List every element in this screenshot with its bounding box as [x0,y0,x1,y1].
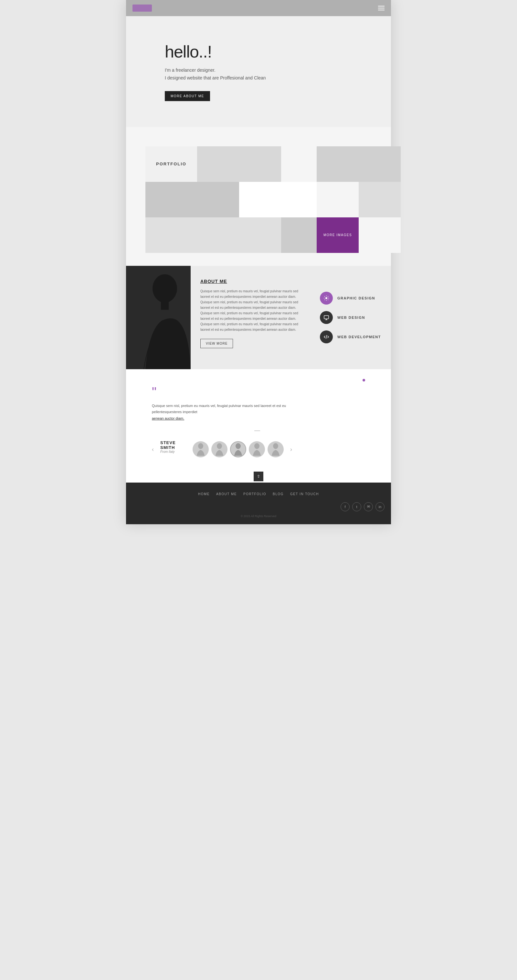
footer: HOME ABOUT ME PORTFOLIO BLOG GET IN TOUC… [126,482,391,524]
avatar-4[interactable] [249,441,265,457]
footer-nav-blog[interactable]: BLOG [273,492,284,496]
avatar-3[interactable] [230,441,246,457]
portfolio-tile-8 [359,182,401,217]
social-facebook[interactable]: f [341,502,349,511]
svg-point-5 [217,443,222,449]
footer-nav-portfolio[interactable]: PORTFOLIO [243,492,266,496]
portfolio-mosaic-container: PORTFOLIO MORE IMAGES [126,146,391,266]
skill-label-graphic-design: GRAPHIC DESIGN [337,296,375,300]
svg-point-8 [273,443,278,449]
portfolio-tile-3 [281,146,317,182]
silhouette-svg [126,266,191,369]
hero-subtitle: I'm a freelancer designer. I designed we… [165,67,352,82]
footer-nav-home[interactable]: HOME [198,492,210,496]
hamburger-menu-icon[interactable] [378,6,385,10]
portfolio-tile-7 [317,182,359,217]
person-name: STEVE SMITH [160,440,186,450]
code-icon [324,334,329,340]
portfolio-more-images-button[interactable]: MORE IMAGES [317,217,359,253]
testimonial-nav: ‹ STEVE SMITH From Italy [152,440,365,459]
testimonial-next-arrow[interactable]: › [290,446,292,453]
portfolio-label: PORTFOLIO [156,162,187,166]
social-twitter[interactable]: t [352,502,361,511]
monitor-icon [324,315,329,320]
avatar-silhouette-3 [233,443,243,456]
svg-rect-3 [324,316,329,319]
testimonial-content: " Quisque sem nisl, pretium eu mauris ve… [152,385,362,437]
footer-nav-about[interactable]: ABOUT ME [216,492,237,496]
svg-point-4 [198,443,203,449]
footer-copyright: © 2015 All Rights Reserved [132,515,385,518]
about-view-more-button[interactable]: VIEW MORE [200,339,233,348]
avatar-2[interactable] [211,441,228,457]
scroll-up-button[interactable]: ⇧ [254,472,263,481]
portfolio-tile-4 [317,146,401,182]
testimonial-section: " Quisque sem nisl, pretium eu mauris ve… [126,369,391,472]
portfolio-tile-10 [281,217,317,253]
svg-point-7 [254,443,260,449]
testimonial-dot-indicator [362,379,365,382]
testimonial-divider: — [152,427,362,434]
skill-icon-web-development [320,331,333,344]
avatar-silhouette-4 [252,443,262,456]
avatar-silhouette-2 [215,443,224,456]
skill-item-web-development: WEB DEVELOPMENT [320,331,385,344]
skill-icon-graphic-design [320,292,333,305]
about-skills: GRAPHIC DESIGN WEB DESIGN WEB DEVELOPMEN… [313,266,391,369]
social-email[interactable]: ✉ [364,502,373,511]
svg-point-2 [326,297,327,299]
portfolio-mosaic-grid: PORTFOLIO MORE IMAGES [145,146,372,253]
quote-icon: " [152,385,362,398]
footer-nav: HOME ABOUT ME PORTFOLIO BLOG GET IN TOUC… [132,492,385,496]
portfolio-tile-12 [359,217,401,253]
navbar [126,0,391,16]
testimonial-prev-arrow[interactable]: ‹ [152,446,154,453]
portfolio-tile-6 [239,182,317,217]
person-from: From Italy [160,450,186,453]
svg-rect-1 [161,301,169,310]
scroll-up-area: ⇧ [126,472,391,482]
navbar-logo [132,5,152,12]
svg-point-6 [236,443,241,449]
about-title: ABOUT ME [200,279,304,284]
testimonial-avatars [193,441,284,457]
avatar-1[interactable] [193,441,209,457]
about-text: Quisque sem nisl, pretium eu mauris vel,… [200,288,304,332]
svg-point-0 [153,274,177,303]
about-section: ABOUT ME Quisque sem nisl, pretium eu ma… [126,266,391,369]
skill-label-web-design: WEB DESIGN [337,316,365,320]
skill-icon-web-design [320,311,333,324]
portfolio-label-cell: PORTFOLIO [145,146,197,182]
portfolio-tile-9 [145,217,281,253]
avatar-silhouette-5 [271,443,281,456]
hero-cta-button[interactable]: MORE ABOUT ME [165,91,210,101]
portfolio-tile-5 [145,182,239,217]
footer-nav-contact[interactable]: GET IN TOUCH [290,492,319,496]
avatar-5[interactable] [268,441,284,457]
hero-section: hello..! I'm a freelancer designer. I de… [126,16,391,127]
portfolio-section: PORTFOLIO MORE IMAGES [126,127,391,266]
about-silhouette [126,266,191,369]
testimonial-text: Quisque sem nisl, pretium eu mauris vel,… [152,403,307,422]
about-content: ABOUT ME Quisque sem nisl, pretium eu ma… [191,266,313,369]
testimonial-person: STEVE SMITH From Italy [160,440,186,453]
gear-icon [324,295,329,301]
skill-item-graphic-design: GRAPHIC DESIGN [320,292,385,305]
portfolio-tile-2 [197,146,281,182]
social-linkedin[interactable]: in [375,502,385,511]
hero-title: hello..! [165,42,352,61]
avatar-silhouette-1 [196,443,206,456]
skill-label-web-development: WEB DEVELOPMENT [337,335,381,339]
footer-social: f t ✉ in [132,502,385,511]
skill-item-web-design: WEB DESIGN [320,311,385,324]
